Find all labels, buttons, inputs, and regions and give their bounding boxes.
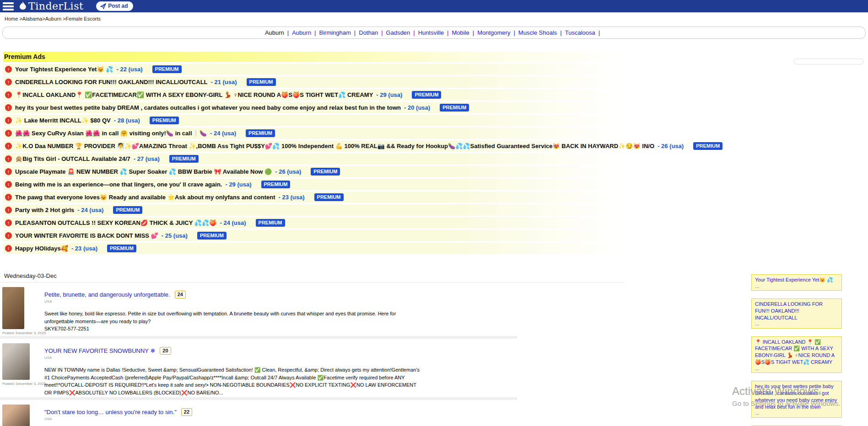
premium-ad-age: - 23 (usa) — [71, 245, 97, 252]
premium-badge[interactable]: PREMIUM — [247, 78, 276, 86]
premium-ad-age: - 22 (usa) — [117, 66, 143, 73]
sidebar-premium-link[interactable]: hey its your best wettes petite baby DRE… — [755, 383, 838, 410]
premium-sidebar: Your Tightest Experience Yet😼 💦...CINDER… — [751, 274, 842, 426]
premium-ad-title[interactable]: PLEASANTON OUTCALLS !! SEXY KOREAN💋 THIC… — [15, 219, 216, 226]
hamburger-menu-icon[interactable] — [3, 2, 14, 11]
listing-thumbnail[interactable] — [2, 287, 24, 329]
city-link[interactable]: Gadsden — [386, 29, 410, 36]
bump-up-arrow-icon: ↑ — [5, 181, 12, 188]
premium-badge[interactable]: PREMIUM — [440, 104, 469, 112]
premium-ad-row[interactable]: ↑Your Tightest Experience Yet😼 💦 - 22 (u… — [3, 64, 625, 75]
premium-ad-title[interactable]: Your Tightest Experience Yet😼 💦 — [15, 66, 113, 73]
premium-ad-title[interactable]: Upscale Playmate 🚨 NEW NUMBER 💦 Super So… — [15, 168, 272, 175]
premium-ad-row[interactable]: ↑CINDERELLA LOOKING FOR FUN!!! OAKLAND!!… — [3, 76, 625, 88]
listing-title-row: YOUR NEW FAVORITE SNOWBUNNY ❄20 — [44, 347, 420, 355]
premium-ad-title[interactable]: ✨K.O Daa NUMBER 🏆 PROVIDER 🧖✨💕AMAZING Th… — [15, 143, 654, 149]
city-link[interactable]: Mobile — [452, 29, 469, 36]
premium-badge[interactable]: PREMIUM — [107, 245, 136, 252]
premium-ad-row[interactable]: ↑Happy HOlidays🥰 - 23 (usa)PREMIUM — [3, 243, 625, 254]
premium-ad-row[interactable]: ↑Party with 2 Hot girls - 24 (usa)PREMIU… — [3, 204, 625, 216]
city-link[interactable]: Auburn — [292, 29, 311, 36]
bump-up-arrow-icon: ↑ — [5, 143, 12, 149]
listing-title-link[interactable]: "Don't stare too long… unless you're rea… — [44, 409, 177, 415]
city-link[interactable]: Tuscaloosa — [565, 29, 595, 36]
listing-country-label: USA — [44, 356, 420, 360]
premium-ad-row[interactable]: ↑🙊Big Tits Girl - OUTCALL Available 24/7… — [3, 153, 625, 165]
premium-ad-row[interactable]: ↑The pawg that everyone loves😼 Ready and… — [3, 192, 625, 203]
listing-description: NEW IN TOWNMy name is Dallas !Seductive,… — [44, 366, 420, 396]
premium-ad-title[interactable]: YOUR WINTER FAVORITE IS BACK DONT MISS 💕 — [15, 232, 158, 239]
listing-item[interactable]: Posted: December 3, 2025YOUR NEW FAVORIT… — [0, 339, 517, 400]
premium-ad-title[interactable]: ✨ Lake Merritt INCALL✨ $80 QV — [15, 117, 111, 124]
city-separator: | — [513, 29, 515, 36]
premium-ad-title[interactable]: The pawg that everyone loves😼 Ready and … — [15, 194, 275, 201]
listing-posted-date: Posted: December 3, 2025 — [2, 382, 44, 386]
premium-badge[interactable]: PREMIUM — [412, 91, 441, 99]
post-ad-label: Post ad — [108, 3, 128, 9]
premium-badge[interactable]: PREMIUM — [261, 181, 291, 188]
premium-ad-row[interactable]: ↑🌺🌺 Sexy CuRvy Asian 🌺🌺 in call 🤗 visiti… — [3, 128, 625, 139]
premium-ad-age: - 23 (usa) — [278, 194, 304, 201]
sidebar-premium-box[interactable]: hey its your best wettes petite baby DRE… — [751, 381, 842, 417]
sidebar-premium-link[interactable]: CINDERELLA LOOKING FOR FUN!!! OAKLAND!!!… — [755, 301, 838, 321]
premium-ad-title[interactable]: Party with 2 Hot girls — [15, 207, 74, 213]
sidebar-premium-link[interactable]: 📍 INCALL OAKLAND 📍 ✅ FACETIME/CAR ✅ WITH… — [755, 339, 838, 366]
premium-ad-row[interactable]: ↑PLEASANTON OUTCALLS !! SEXY KOREAN💋 THI… — [3, 217, 625, 229]
city-link[interactable]: Huntsville — [418, 29, 444, 36]
premium-badge[interactable]: PREMIUM — [311, 168, 340, 176]
listing-description-line: SKYE702-577-2251 — [44, 325, 420, 333]
listing-age-badge: 22 — [181, 408, 192, 416]
premium-ads-section: Premium Ads ↑Your Tightest Experience Ye… — [3, 52, 625, 254]
premium-badge[interactable]: PREMIUM — [197, 232, 226, 240]
city-link[interactable]: Montgomery — [477, 29, 510, 36]
listing-title-link[interactable]: Petite, brunette, and dangerously unforg… — [44, 291, 170, 298]
listing-item[interactable]: Posted: December 3, 2025"Don't stare too… — [0, 400, 517, 426]
premium-badge[interactable]: PREMIUM — [314, 193, 344, 201]
premium-ad-row[interactable]: ↑hey its your best wettes petite baby DR… — [3, 102, 625, 113]
sidebar-ellipsis: ... — [755, 321, 838, 326]
post-ad-button[interactable]: Post ad — [96, 1, 133, 11]
sidebar-premium-box[interactable]: CINDERELLA LOOKING FOR FUN!!! OAKLAND!!!… — [751, 298, 842, 329]
premium-ad-row[interactable]: ↑✨K.O Daa NUMBER 🏆 PROVIDER 🧖✨💕AMAZING T… — [3, 140, 625, 152]
premium-ad-title[interactable]: 🌺🌺 Sexy CuRvy Asian 🌺🌺 in call 🤗 visitin… — [15, 130, 207, 137]
brand-logo[interactable]: TinderList — [18, 0, 83, 12]
premium-ad-title[interactable]: Happy HOlidays🥰 — [15, 245, 68, 252]
premium-badge[interactable]: PREMIUM — [113, 206, 142, 214]
city-link[interactable]: Muscle Shoals — [518, 29, 557, 36]
listing-title-link[interactable]: YOUR NEW FAVORITE SNOWBUNNY ❄ — [44, 347, 155, 354]
city-link[interactable]: Dothan — [359, 29, 378, 36]
flame-icon — [18, 1, 27, 11]
premium-ad-title[interactable]: hey its your best wettes petite baby DRE… — [15, 104, 401, 111]
listing-age-badge: 20 — [160, 347, 171, 355]
premium-ad-row[interactable]: ↑✨ Lake Merritt INCALL✨ $80 QV - 28 (usa… — [3, 115, 625, 126]
listing-thumbnail[interactable] — [2, 343, 30, 380]
premium-ad-title[interactable]: Being with me is an experience—one that … — [15, 181, 222, 188]
premium-badge[interactable]: PREMIUM — [152, 65, 182, 73]
sidebar-premium-box[interactable]: 📍 INCALL OAKLAND 📍 ✅ FACETIME/CAR ✅ WITH… — [751, 336, 842, 373]
premium-ad-row[interactable]: ↑Upscale Playmate 🚨 NEW NUMBER 💦 Super S… — [3, 166, 625, 177]
premium-badge[interactable]: PREMIUM — [256, 219, 285, 227]
breadcrumb[interactable]: Home >Alabama>Auburn >Female Escorts — [0, 12, 868, 24]
city-separator: | — [314, 29, 316, 36]
premium-ad-row[interactable]: ↑Being with me is an experience—one that… — [3, 179, 625, 190]
listing-thumbnail[interactable] — [2, 405, 30, 426]
city-separator: | — [598, 29, 600, 36]
bump-up-arrow-icon: ↑ — [5, 207, 12, 213]
premium-badge[interactable]: PREMIUM — [169, 155, 199, 163]
premium-ad-row[interactable]: ↑YOUR WINTER FAVORITE IS BACK DONT MISS … — [3, 230, 625, 241]
listing-age-badge: 24 — [175, 291, 186, 298]
mini-search-box[interactable] — [794, 59, 863, 64]
premium-ad-row[interactable]: ↑📍INCALL OAKLAND📍 ✅FACETIME/CAR✅ WITH A … — [3, 89, 625, 101]
premium-badge[interactable]: PREMIUM — [246, 129, 275, 137]
premium-badge[interactable]: PREMIUM — [150, 117, 179, 124]
premium-badge[interactable]: PREMIUM — [693, 142, 722, 150]
sidebar-premium-link[interactable]: Your Tightest Experience Yet😼 💦 — [755, 277, 838, 283]
listing-item[interactable]: Posted: December 3, 2025Petite, brunette… — [0, 282, 517, 339]
premium-ad-title[interactable]: 🙊Big Tits Girl - OUTCALL Available 24/7 — [15, 155, 130, 162]
city-separator: | — [381, 29, 383, 36]
bump-up-arrow-icon: ↑ — [5, 130, 12, 137]
city-link[interactable]: Birmingham — [319, 29, 351, 36]
premium-ad-title[interactable]: CINDERELLA LOOKING FOR FUN!!! OAKLAND!!!… — [15, 79, 208, 85]
sidebar-premium-box[interactable]: Your Tightest Experience Yet😼 💦... — [751, 274, 842, 291]
premium-ad-title[interactable]: 📍INCALL OAKLAND📍 ✅FACETIME/CAR✅ WITH A S… — [15, 91, 373, 98]
